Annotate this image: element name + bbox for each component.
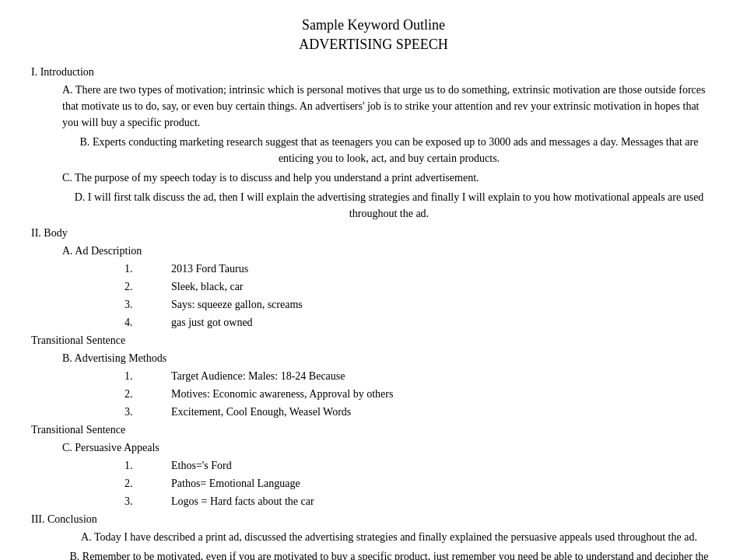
body-c-item1: 1. Ethos='s Ford [124,457,716,474]
body-c-item2: 2. Pathos= Emotional Language [124,475,716,492]
page-container: Sample Keyword Outline ADVERTISING SPEEC… [31,16,716,560]
body-a-2-num: 2. [124,278,171,295]
conclusion-a-text: Today I have described a print ad, discu… [94,531,697,543]
body-c-2-num: 2. [124,475,171,492]
body-a-3-num: 3. [124,296,171,313]
body-a-3-text: Says: squeeze gallon, screams [171,296,303,313]
body-b-item3: 3. Excitement, Cool Enough, Weasel Words [124,404,716,420]
body-b-3-num: 3. [124,404,171,420]
body-a-label: A. Ad Description [62,243,716,259]
intro-a-label: A. There are two types of motivation; in… [62,84,706,128]
intro-c-text: The purpose of my speech today is to dis… [75,172,479,184]
body-b-1-text: Target Audience: Males: 18-24 Because [171,368,345,384]
body-a-4-text: gas just got owned [171,314,253,331]
title-block: Sample Keyword Outline ADVERTISING SPEEC… [31,16,716,54]
body-a-item4: 4. gas just got owned [124,314,716,331]
body-c-1-num: 1. [124,457,171,474]
body-b-3-text: Excitement, Cool Enough, Weasel Words [171,404,351,420]
title-line2: ADVERTISING SPEECH [31,35,716,54]
intro-a-block: A. There are two types of motivation; in… [62,82,716,131]
conclusion-label: III. Conclusion [31,511,716,527]
body-c-label: C. Persuasive Appeals [62,439,716,456]
outline-body: I. Introduction A. There are two types o… [31,64,716,560]
transitional1: Transitional Sentence [31,332,716,348]
body-b-2-num: 2. [124,386,171,402]
intro-d-block: D. I will first talk discuss the ad, the… [62,189,716,222]
title-line1: Sample Keyword Outline [31,16,716,35]
body-c-3-num: 3. [124,493,171,509]
body-a-item2: 2. Sleek, black, car [124,278,716,295]
intro-d-text: I will first talk discuss the ad, then I… [88,191,704,219]
transitional2: Transitional Sentence [31,422,716,438]
intro-a-text: There are two types of motivation; intri… [62,84,706,128]
conclusion-a-label: A. Today I have described a print ad, di… [81,531,697,543]
body-b-1-num: 1. [124,368,171,384]
body-c-item3: 3. Logos = Hard facts about the car [124,493,716,509]
body-b-item2: 2. Motives: Economic awareness, Approval… [124,386,716,402]
conclusion-b-block: B. Remember to be motivated, even if you… [62,548,716,560]
body-c-3-text: Logos = Hard facts about the car [171,493,314,509]
body-b-label: B. Advertising Methods [62,350,716,366]
intro-c-block: C. The purpose of my speech today is to … [62,170,716,186]
intro-b-text: Experts conducting marketing research su… [93,136,699,164]
body-a-item1: 1. 2013 Ford Taurus [124,261,716,277]
body-a-1-num: 1. [124,261,171,277]
intro-label: I. Introduction [31,64,716,80]
intro-d-label: D. I will first talk discuss the ad, the… [75,191,704,219]
body-c-2-text: Pathos= Emotional Language [171,475,300,492]
conclusion-a-block: A. Today I have described a print ad, di… [62,529,716,545]
body-b-2-text: Motives: Economic awareness, Approval by… [171,386,393,402]
body-a-1-text: 2013 Ford Taurus [171,261,248,277]
body-a-item3: 3. Says: squeeze gallon, screams [124,296,716,313]
conclusion-b-text: Remember to be motivated, even if you ar… [82,551,709,560]
intro-c-label: C. The purpose of my speech today is to … [62,172,479,184]
body-a-4-num: 4. [124,314,171,331]
body-label: II. Body [31,225,716,241]
body-a-2-text: Sleek, black, car [171,278,244,295]
body-b-item1: 1. Target Audience: Males: 18-24 Because [124,368,716,384]
body-c-1-text: Ethos='s Ford [171,457,232,474]
intro-b-block: B. Experts conducting marketing research… [62,134,716,166]
conclusion-b-label: B. Remember to be motivated, even if you… [69,551,708,560]
intro-b-label: B. Experts conducting marketing research… [80,136,699,164]
